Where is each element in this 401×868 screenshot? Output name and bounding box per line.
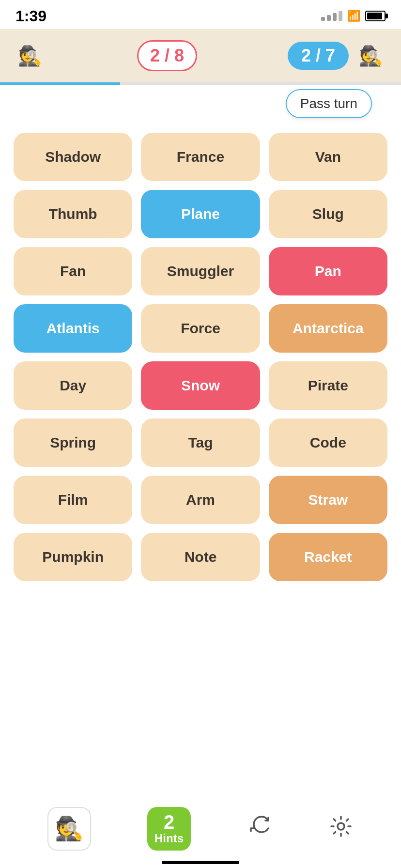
word-btn-arm[interactable]: Arm bbox=[141, 476, 260, 524]
wifi-icon: 📶 bbox=[347, 10, 360, 22]
word-btn-straw[interactable]: Straw bbox=[269, 476, 387, 524]
red-player-avatar: 🕵️ bbox=[14, 39, 46, 72]
word-btn-shadow[interactable]: Shadow bbox=[14, 133, 132, 181]
hints-count: 2 bbox=[164, 812, 174, 832]
word-btn-slug[interactable]: Slug bbox=[269, 190, 387, 238]
word-btn-spring[interactable]: Spring bbox=[14, 418, 132, 467]
hints-button[interactable]: 2 Hints bbox=[147, 807, 191, 851]
pass-turn-button[interactable]: Pass turn bbox=[286, 89, 372, 118]
status-time: 1:39 bbox=[15, 7, 46, 25]
agent-button[interactable]: 🕵️ bbox=[47, 807, 91, 851]
word-btn-smuggler[interactable]: Smuggler bbox=[141, 247, 260, 295]
signal-icon bbox=[321, 11, 342, 21]
progress-bar bbox=[0, 82, 401, 85]
word-btn-note[interactable]: Note bbox=[141, 533, 260, 581]
refresh-button[interactable] bbox=[247, 814, 272, 844]
progress-fill bbox=[0, 82, 120, 85]
hints-label: Hints bbox=[154, 832, 184, 845]
bottom-bar: 🕵️ 2 Hints bbox=[0, 797, 401, 868]
word-btn-atlantis[interactable]: Atlantis bbox=[14, 304, 132, 353]
word-btn-code[interactable]: Code bbox=[269, 418, 387, 467]
word-btn-snow[interactable]: Snow bbox=[141, 361, 260, 410]
home-indicator bbox=[162, 861, 239, 864]
status-icons: 📶 bbox=[321, 10, 386, 22]
word-btn-antarctica[interactable]: Antarctica bbox=[269, 304, 387, 353]
settings-button[interactable] bbox=[328, 814, 354, 844]
word-btn-day[interactable]: Day bbox=[14, 361, 132, 410]
word-btn-pan[interactable]: Pan bbox=[269, 247, 387, 295]
hints-wrap: 2 Hints bbox=[147, 807, 191, 851]
word-btn-racket[interactable]: Racket bbox=[269, 533, 387, 581]
red-score-badge: 2 / 8 bbox=[137, 40, 197, 71]
blue-player-avatar: 🕵️ bbox=[355, 39, 387, 72]
word-grid: ShadowFranceVanThumbPlaneSlugFanSmuggler… bbox=[0, 118, 401, 591]
word-btn-pumpkin[interactable]: Pumpkin bbox=[14, 533, 132, 581]
word-btn-fan[interactable]: Fan bbox=[14, 247, 132, 295]
word-btn-van[interactable]: Van bbox=[269, 133, 387, 181]
status-bar: 1:39 📶 bbox=[0, 0, 401, 29]
word-btn-force[interactable]: Force bbox=[141, 304, 260, 353]
right-header-section: 2 / 7 🕵️ bbox=[288, 39, 387, 72]
agent-icon: 🕵️ bbox=[47, 807, 91, 851]
word-btn-thumb[interactable]: Thumb bbox=[14, 190, 132, 238]
battery-icon bbox=[365, 11, 386, 21]
word-btn-france[interactable]: France bbox=[141, 133, 260, 181]
game-header: 🕵️ 2 / 8 2 / 7 🕵️ bbox=[0, 29, 401, 82]
word-btn-film[interactable]: Film bbox=[14, 476, 132, 524]
blue-score-badge: 2 / 7 bbox=[288, 42, 349, 70]
pass-turn-container: Pass turn bbox=[0, 89, 401, 118]
word-btn-plane[interactable]: Plane bbox=[141, 190, 260, 238]
svg-point-0 bbox=[338, 823, 344, 830]
word-btn-tag[interactable]: Tag bbox=[141, 418, 260, 467]
word-btn-pirate[interactable]: Pirate bbox=[269, 361, 387, 410]
